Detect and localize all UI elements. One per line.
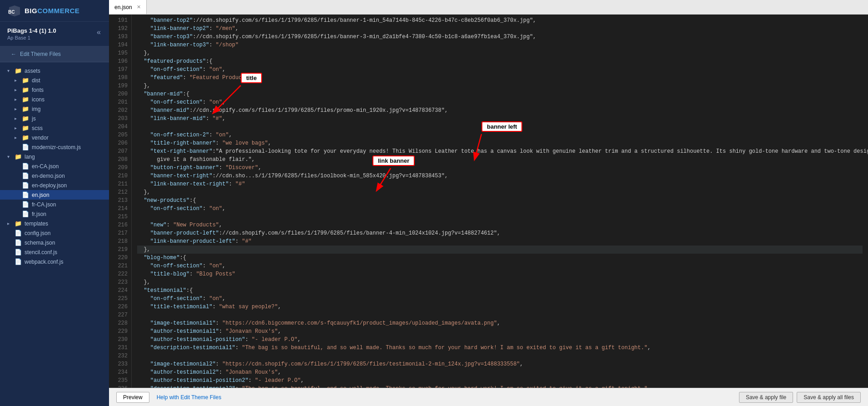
sidebar-item-label: webpack.conf.js — [25, 259, 63, 265]
save-apply-all-button[interactable]: Save & apply all files — [797, 392, 861, 403]
sidebar-item-config-json[interactable]: ▸ 📄 config.json — [0, 228, 109, 238]
expand-icon: ▸ — [15, 106, 20, 111]
sidebar-item-js[interactable]: ▸ 📁 js — [0, 114, 109, 123]
sidebar-item-label: modernizr-custom.js — [32, 144, 81, 150]
bottom-right-actions: Save & apply file Save & apply all files — [739, 392, 861, 403]
line-numbers: 1911921931941951961971981992002012022032… — [109, 15, 132, 388]
bottom-left-actions: Preview Help with Edit Theme Files — [116, 392, 221, 403]
folder-icon: 📁 — [22, 115, 29, 122]
sidebar-item-label: fr-CA.json — [32, 201, 56, 208]
sidebar-item-en-demo[interactable]: ▸ 📄 en-demo.json — [0, 171, 109, 180]
edit-theme-label: Edit Theme Files — [20, 51, 61, 57]
help-link[interactable]: Help with Edit Theme Files — [157, 394, 222, 401]
folder-icon: 📁 — [22, 134, 29, 141]
expand-icon: ▸ — [15, 135, 20, 140]
sidebar-item-label: config.json — [25, 230, 50, 236]
expand-icon: ▾ — [7, 154, 13, 159]
folder-icon: 📁 — [22, 77, 29, 84]
file-icon: 📄 — [15, 239, 22, 246]
sidebar-item-dist[interactable]: ▸ 📁 dist — [0, 75, 109, 85]
file-icon: 📄 — [15, 258, 22, 265]
sidebar-item-schema-json[interactable]: ▸ 📄 schema.json — [0, 238, 109, 247]
expand-icon: ▸ — [15, 78, 20, 83]
project-info: PiBags 1-4 (1) 1.0 Ap Base 1 « — [0, 22, 109, 46]
file-icon: 📄 — [15, 249, 22, 256]
tab-bar: en.json ✕ — [109, 0, 868, 15]
expand-icon: ▸ — [15, 116, 20, 121]
sidebar-item-modernizr[interactable]: ▸ 📄 modernizr-custom.js — [0, 142, 109, 152]
file-icon: 📄 — [22, 144, 29, 150]
folder-icon: 📁 — [15, 67, 22, 74]
sidebar-item-label: vendor — [32, 135, 49, 141]
file-icon: 📄 — [22, 201, 29, 208]
code-editor[interactable]: 1911921931941951961971981992002012022032… — [109, 15, 868, 388]
file-icon: 📄 — [22, 182, 29, 189]
expand-icon: ▾ — [7, 68, 13, 73]
sidebar-item-label: icons — [32, 96, 45, 103]
back-arrow-icon: ← — [11, 51, 16, 57]
file-icon: 📄 — [22, 172, 29, 179]
code-container[interactable]: 1911921931941951961971981992002012022032… — [109, 15, 868, 388]
sidebar-item-label: en-deploy.json — [32, 182, 67, 189]
sidebar-item-label: dist — [32, 77, 40, 84]
sidebar-item-img[interactable]: ▸ 📁 img — [0, 104, 109, 114]
file-icon: 📄 — [15, 230, 22, 236]
sidebar-item-fr-json[interactable]: ▸ 📄 fr.json — [0, 209, 109, 219]
expand-icon: ▸ — [15, 125, 20, 130]
sidebar-item-fr-ca[interactable]: ▸ 📄 fr-CA.json — [0, 200, 109, 209]
sidebar-item-en-json[interactable]: ▸ 📄 en.json — [0, 190, 109, 200]
sidebar-item-label: en-CA.json — [32, 163, 59, 170]
logo-text: BIGCOMMERCE — [25, 7, 79, 15]
sidebar-item-label: assets — [25, 68, 40, 74]
file-tree: ▾ 📁 assets ▸ 📁 dist ▸ 📁 fonts ▸ 📁 icons … — [0, 62, 109, 406]
expand-icon: ▸ — [15, 87, 20, 92]
file-icon: 📄 — [22, 163, 29, 170]
sidebar-item-label: js — [32, 115, 36, 122]
svg-text:BC: BC — [8, 10, 15, 15]
sidebar-item-en-ca[interactable]: ▸ 📄 en-CA.json — [0, 161, 109, 171]
sidebar-item-icons[interactable]: ▸ 📁 icons — [0, 95, 109, 104]
sidebar-item-label: fonts — [32, 87, 44, 93]
edit-theme-section[interactable]: ← Edit Theme Files — [0, 46, 109, 62]
sidebar-item-label: templates — [25, 221, 48, 227]
expand-icon: ▸ — [15, 97, 20, 102]
code-content[interactable]: "banner-top2"://cdn.shopify.com/s/files/… — [132, 15, 868, 388]
file-icon: 📄 — [22, 191, 29, 198]
sidebar: BC BIGCOMMERCE PiBags 1-4 (1) 1.0 Ap Bas… — [0, 0, 109, 406]
folder-icon: 📁 — [15, 153, 22, 160]
preview-button[interactable]: Preview — [116, 392, 149, 403]
sidebar-item-webpack-conf[interactable]: ▸ 📄 webpack.conf.js — [0, 257, 109, 266]
sidebar-item-lang[interactable]: ▾ 📁 lang — [0, 152, 109, 161]
tab-label: en.json — [114, 4, 132, 10]
main-content: en.json ✕ 191192193194195196197198199200… — [109, 0, 868, 406]
sidebar-item-label: scss — [32, 125, 43, 131]
sidebar-item-templates[interactable]: ▸ 📁 templates — [0, 219, 109, 228]
expand-icon: ▸ — [7, 221, 13, 226]
sidebar-item-label: img — [32, 106, 40, 112]
sidebar-item-label: schema.json — [25, 240, 55, 246]
sidebar-item-label: lang — [25, 154, 35, 160]
sidebar-item-assets[interactable]: ▾ 📁 assets — [0, 66, 109, 75]
logo: BC BIGCOMMERCE — [0, 0, 109, 22]
sidebar-item-scss[interactable]: ▸ 📁 scss — [0, 123, 109, 133]
sidebar-item-label: fr.json — [32, 211, 46, 217]
sidebar-item-fonts[interactable]: ▸ 📁 fonts — [0, 85, 109, 95]
sidebar-item-label: stencil.conf.js — [25, 249, 57, 256]
tab-en-json[interactable]: en.json ✕ — [109, 0, 147, 14]
bottom-bar: Preview Help with Edit Theme Files Save … — [109, 388, 868, 406]
folder-icon: 📁 — [22, 125, 29, 131]
file-icon: 📄 — [22, 211, 29, 217]
bigcommerce-logo-icon: BC — [7, 4, 22, 18]
sidebar-item-label: en-demo.json — [32, 173, 65, 179]
folder-icon: 📁 — [15, 220, 22, 227]
sidebar-item-vendor[interactable]: ▸ 📁 vendor — [0, 133, 109, 142]
sidebar-item-label: en.json — [32, 192, 50, 198]
folder-icon: 📁 — [22, 96, 29, 103]
project-sub: Ap Base 1 — [7, 35, 56, 40]
sidebar-item-en-deploy[interactable]: ▸ 📄 en-deploy.json — [0, 180, 109, 190]
sidebar-item-stencil-conf[interactable]: ▸ 📄 stencil.conf.js — [0, 247, 109, 257]
tab-close-icon[interactable]: ✕ — [137, 4, 141, 10]
folder-icon: 📁 — [22, 86, 29, 93]
sidebar-collapse-button[interactable]: « — [96, 27, 102, 37]
save-apply-file-button[interactable]: Save & apply file — [739, 392, 793, 403]
